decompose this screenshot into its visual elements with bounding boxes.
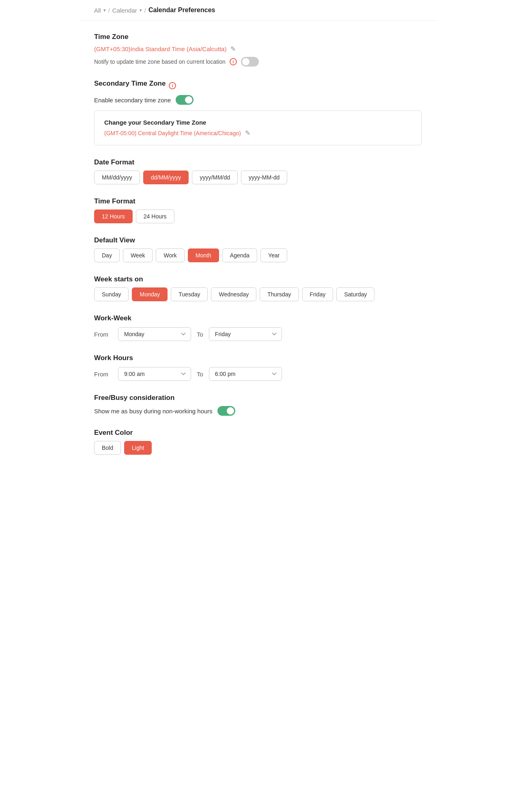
date-format-btn-1[interactable]: dd/MM/yyyy: [143, 171, 189, 184]
event-color-options: Bold Light: [94, 441, 422, 455]
default-view-btn-0[interactable]: Day: [94, 248, 120, 262]
week-starts-btn-3[interactable]: Wednesday: [211, 287, 256, 301]
enable-secondary-label: Enable secondary time zone: [94, 97, 171, 104]
time-format-title: Time Format: [94, 197, 422, 205]
default-view-title: Default View: [94, 236, 422, 244]
breadcrumb-all[interactable]: All: [94, 7, 101, 14]
timezone-section: Time Zone (GMT+05:30)India Standard Time…: [94, 33, 422, 67]
secondary-tz-info-icon[interactable]: i: [169, 82, 176, 89]
work-week-section: Work-Week From Sunday Monday Tuesday Wed…: [94, 314, 422, 341]
default-view-options: Day Week Work Month Agenda Year: [94, 248, 422, 262]
free-busy-section: Free/Busy consideration Show me as busy …: [94, 394, 422, 416]
work-hours-from-select[interactable]: 12:00 am 1:00 am 2:00 am 3:00 am 4:00 am…: [118, 367, 191, 381]
work-hours-section: Work Hours From 12:00 am 1:00 am 2:00 am…: [94, 354, 422, 381]
default-view-section: Default View Day Week Work Month Agenda …: [94, 236, 422, 262]
breadcrumb-sep-2: /: [144, 7, 146, 14]
chevron-down-icon-2: ▾: [140, 8, 142, 13]
default-view-btn-2[interactable]: Work: [156, 248, 184, 262]
week-starts-options: Sunday Monday Tuesday Wednesday Thursday…: [94, 287, 422, 301]
week-starts-btn-1[interactable]: Monday: [132, 287, 168, 301]
timezone-title: Time Zone: [94, 33, 422, 41]
breadcrumb: All ▾ / Calendar ▾ / Calendar Preference…: [80, 0, 436, 21]
default-view-btn-4[interactable]: Agenda: [222, 248, 257, 262]
date-format-btn-3[interactable]: yyyy-MM-dd: [241, 171, 287, 184]
week-starts-title: Week starts on: [94, 275, 422, 283]
free-busy-title: Free/Busy consideration: [94, 394, 422, 402]
week-starts-btn-6[interactable]: Saturday: [336, 287, 374, 301]
work-week-to-select[interactable]: Sunday Monday Tuesday Wednesday Thursday…: [209, 327, 282, 341]
timezone-value[interactable]: (GMT+05:30)India Standard Time (Asia/Cal…: [94, 45, 226, 52]
chevron-down-icon: ▾: [103, 8, 106, 13]
date-format-btn-0[interactable]: MM/dd/yyyy: [94, 171, 140, 184]
event-color-btn-0[interactable]: Bold: [94, 441, 121, 455]
date-format-options: MM/dd/yyyy dd/MM/yyyy yyyy/MM/dd yyyy-MM…: [94, 171, 422, 184]
secondary-tz-toggle[interactable]: [176, 95, 194, 105]
week-starts-btn-2[interactable]: Tuesday: [171, 287, 208, 301]
work-week-from-select[interactable]: Sunday Monday Tuesday Wednesday Thursday…: [118, 327, 191, 341]
notify-toggle[interactable]: [241, 57, 259, 67]
breadcrumb-calendar[interactable]: Calendar: [112, 7, 137, 14]
pencil-icon[interactable]: ✎: [230, 45, 236, 53]
breadcrumb-current: Calendar Preferences: [148, 6, 215, 14]
work-hours-to-select[interactable]: 12:00 am 1:00 am 2:00 am 3:00 am 4:00 am…: [209, 367, 282, 381]
event-color-btn-1[interactable]: Light: [124, 441, 152, 455]
time-format-btn-1[interactable]: 24 Hours: [136, 209, 174, 223]
date-format-section: Date Format MM/dd/yyyy dd/MM/yyyy yyyy/M…: [94, 158, 422, 184]
event-color-title: Event Color: [94, 429, 422, 437]
secondary-pencil-icon[interactable]: ✎: [245, 129, 250, 137]
free-busy-label: Show me as busy during non-working hours: [94, 408, 213, 415]
breadcrumb-sep-1: /: [108, 7, 110, 14]
work-hours-from-label: From: [94, 371, 112, 378]
secondary-timezone-section: Secondary Time Zone i Enable secondary t…: [94, 80, 422, 145]
work-week-title: Work-Week: [94, 314, 422, 322]
week-starts-btn-4[interactable]: Thursday: [260, 287, 299, 301]
work-week-from-label: From: [94, 331, 112, 338]
secondary-tz-value[interactable]: (GMT-05:00) Central Daylight Time (Ameri…: [104, 130, 241, 136]
work-week-to-label: To: [197, 331, 203, 338]
secondary-tz-title: Secondary Time Zone: [94, 80, 166, 88]
secondary-tz-box: Change your Secondary Time Zone (GMT-05:…: [94, 110, 422, 145]
info-icon[interactable]: i: [230, 58, 237, 65]
week-starts-btn-5[interactable]: Friday: [302, 287, 333, 301]
work-hours-to-label: To: [197, 371, 203, 378]
date-format-btn-2[interactable]: yyyy/MM/dd: [192, 171, 238, 184]
time-format-options: 12 Hours 24 Hours: [94, 209, 422, 223]
time-format-btn-0[interactable]: 12 Hours: [94, 209, 133, 223]
default-view-btn-1[interactable]: Week: [123, 248, 153, 262]
default-view-btn-3[interactable]: Month: [188, 248, 219, 262]
week-starts-section: Week starts on Sunday Monday Tuesday Wed…: [94, 275, 422, 301]
event-color-section: Event Color Bold Light: [94, 429, 422, 455]
week-starts-btn-0[interactable]: Sunday: [94, 287, 129, 301]
default-view-btn-5[interactable]: Year: [260, 248, 287, 262]
time-format-section: Time Format 12 Hours 24 Hours: [94, 197, 422, 223]
free-busy-toggle[interactable]: [217, 406, 235, 416]
work-hours-title: Work Hours: [94, 354, 422, 362]
notify-label: Notify to update time zone based on curr…: [94, 58, 226, 65]
secondary-tz-box-title: Change your Secondary Time Zone: [104, 119, 412, 126]
date-format-title: Date Format: [94, 158, 422, 166]
